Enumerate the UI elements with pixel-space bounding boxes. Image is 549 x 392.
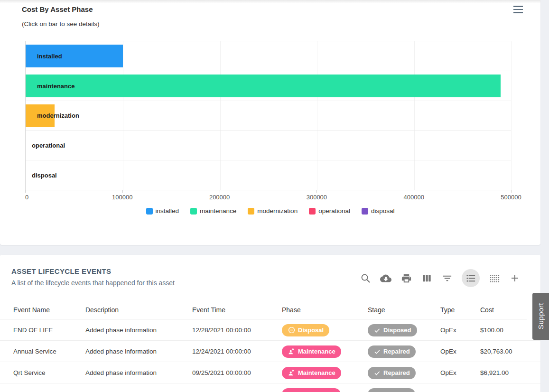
page: Cost By Asset Phase (Click on bar to see… bbox=[0, 0, 549, 392]
legend-label: disposal bbox=[371, 207, 395, 215]
chart-row-operational: operational bbox=[26, 131, 511, 160]
legend-swatch bbox=[146, 208, 153, 215]
engineering-icon bbox=[288, 369, 296, 377]
legend-item-maintenance[interactable]: maintenance bbox=[190, 207, 236, 215]
cell-phase: Maintenance bbox=[282, 362, 341, 383]
table-subtitle: A list of the lifecycle events that happ… bbox=[11, 279, 175, 287]
columns-icon[interactable] bbox=[421, 272, 432, 284]
bar-label-installed: installed bbox=[37, 41, 62, 71]
cell-event-time: 09/25/2021 00:00:00 bbox=[192, 362, 251, 383]
table-row[interactable]: Annual ServiceAdded phase information12/… bbox=[0, 341, 540, 362]
cell-description: Added phase information bbox=[85, 319, 157, 341]
cell-description: Added phase information bbox=[85, 362, 157, 383]
legend-item-installed[interactable]: installed bbox=[146, 207, 179, 215]
phase-badge bbox=[282, 388, 341, 392]
x-axis-tick-label: 100000 bbox=[112, 194, 132, 201]
asset-lifecycle-events-card: ASSET LIFECYCLE EVENTS A list of the lif… bbox=[0, 255, 540, 392]
cell-phase: Disposal bbox=[282, 319, 329, 341]
column-header-phase: Phase bbox=[282, 306, 301, 314]
chart-row-modernization: modernization bbox=[26, 101, 511, 131]
column-header-event-name: Event Name bbox=[13, 306, 50, 314]
column-header-description: Description bbox=[85, 306, 119, 314]
stage-badge: Disposed bbox=[368, 324, 417, 336]
cloud-download-icon[interactable] bbox=[380, 272, 391, 284]
badge-label: Disposed bbox=[383, 327, 411, 334]
cell-cost: $100.00 bbox=[480, 319, 503, 341]
cell-type: OpEx bbox=[440, 341, 456, 362]
legend-item-modernization[interactable]: modernization bbox=[248, 207, 298, 215]
check-icon bbox=[373, 369, 381, 377]
hamburger-menu-icon[interactable] bbox=[513, 6, 523, 13]
phase-badge: Maintenance bbox=[282, 367, 341, 379]
x-axis-tick-label: 400000 bbox=[403, 194, 424, 201]
add-icon[interactable] bbox=[509, 272, 521, 284]
print-icon[interactable] bbox=[400, 272, 412, 284]
badge-label: Maintenance bbox=[298, 348, 335, 355]
legend-swatch bbox=[190, 208, 197, 215]
cell-type: OpEx bbox=[440, 319, 456, 341]
stage-badge: Repaired bbox=[368, 345, 416, 358]
badge-label: Disposal bbox=[298, 327, 324, 334]
table-row[interactable]: END OF LIFEAdded phase information12/28/… bbox=[0, 319, 540, 341]
cell-stage bbox=[368, 383, 415, 392]
legend-swatch bbox=[362, 208, 368, 215]
cell-phase bbox=[282, 383, 341, 392]
cell-event-name: Qrt Service bbox=[13, 362, 46, 383]
badge-label: Repaired bbox=[383, 348, 410, 355]
table-row[interactable]: Qrt ServiceAdded phase information09/25/… bbox=[0, 362, 540, 383]
list-view-icon[interactable] bbox=[462, 269, 480, 287]
chart-row-disposal: disposal bbox=[26, 160, 511, 190]
filter-icon[interactable] bbox=[441, 272, 453, 284]
legend-label: installed bbox=[156, 207, 179, 215]
x-axis-tick bbox=[25, 190, 26, 193]
table-title: ASSET LIFECYCLE EVENTS bbox=[11, 267, 112, 275]
chart-row-installed: installed bbox=[26, 41, 511, 71]
column-header-type: Type bbox=[440, 306, 455, 314]
legend-label: modernization bbox=[257, 207, 298, 215]
cell-cost: $20,763.00 bbox=[480, 341, 512, 362]
column-header-stage: Stage bbox=[368, 306, 385, 314]
engineering-icon bbox=[288, 347, 296, 355]
cell-type: OpEx bbox=[440, 362, 456, 383]
legend-item-operational[interactable]: operational bbox=[309, 207, 350, 215]
chart-row-maintenance: maintenance bbox=[26, 71, 511, 101]
stage-badge: Repaired bbox=[368, 367, 416, 379]
column-header-event-time: Event Time bbox=[192, 306, 225, 314]
x-axis-tick-label: 500000 bbox=[501, 194, 521, 201]
x-axis-tick-label: 300000 bbox=[307, 194, 327, 201]
table-header-row: Event NameDescriptionEvent TimePhaseStag… bbox=[0, 302, 527, 319]
bar-label-maintenance: maintenance bbox=[37, 71, 74, 101]
cell-description: Added phase information bbox=[85, 341, 157, 362]
cell-event-time: 12/24/2021 00:00:00 bbox=[192, 341, 251, 362]
badge-label: Maintenance bbox=[298, 369, 335, 376]
cell-stage: Repaired bbox=[368, 362, 416, 383]
grid-view-icon[interactable] bbox=[489, 272, 500, 284]
phase-badge: Maintenance bbox=[282, 345, 341, 358]
chart-gridline bbox=[512, 41, 512, 190]
chart-subtitle: (Click on bar to see details) bbox=[22, 20, 100, 28]
phase-badge: Disposal bbox=[282, 324, 329, 336]
x-axis-tick bbox=[122, 190, 123, 193]
support-tab-label: Support bbox=[537, 303, 545, 329]
bar-label-operational: operational bbox=[32, 131, 65, 160]
check-icon bbox=[373, 348, 381, 355]
chart-legend: installedmaintenancemodernizationoperati… bbox=[0, 207, 540, 215]
legend-item-disposal[interactable]: disposal bbox=[362, 207, 395, 215]
support-tab[interactable]: Support bbox=[532, 293, 549, 340]
minus-circle-icon bbox=[288, 326, 296, 334]
bar-maintenance[interactable] bbox=[26, 75, 501, 97]
chart-title: Cost By Asset Phase bbox=[22, 5, 93, 13]
cost-by-asset-phase-card: Cost By Asset Phase (Click on bar to see… bbox=[0, 0, 540, 245]
badge-label: Repaired bbox=[383, 369, 410, 376]
cell-event-name: END OF LIFE bbox=[13, 319, 53, 341]
x-axis-tick bbox=[220, 190, 220, 193]
bar-chart-plot: installedmaintenancemodernizationoperati… bbox=[25, 41, 511, 190]
legend-label: maintenance bbox=[200, 207, 236, 215]
x-axis-tick bbox=[316, 190, 317, 193]
legend-label: operational bbox=[318, 207, 350, 215]
cell-cost: $6,921.00 bbox=[480, 362, 509, 383]
table-toolbar bbox=[360, 269, 521, 287]
bar-label-disposal: disposal bbox=[32, 160, 57, 190]
search-icon[interactable] bbox=[360, 272, 371, 284]
table-row[interactable] bbox=[0, 383, 540, 392]
